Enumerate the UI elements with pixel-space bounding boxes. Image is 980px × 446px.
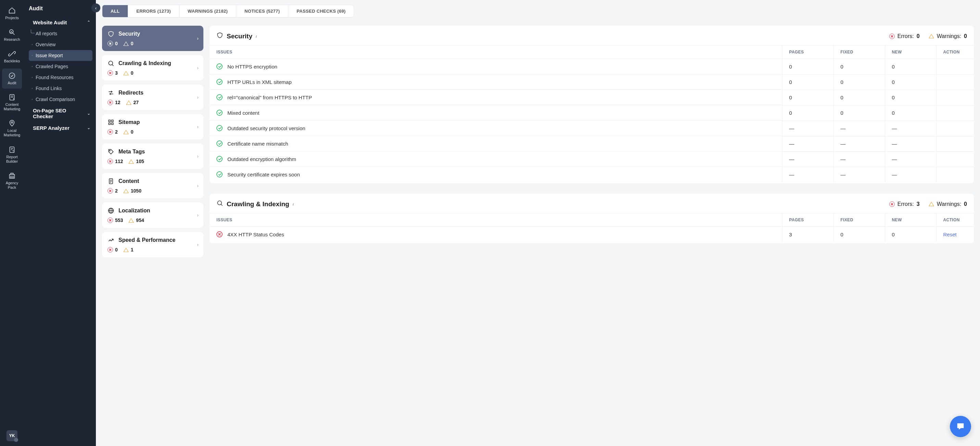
side-item-found-resources[interactable]: Found Resources: [29, 72, 92, 83]
warnings-value: 0: [964, 33, 967, 40]
category-redirects[interactable]: Redirects 12 27 ›: [102, 84, 204, 110]
table-row[interactable]: Security certificate expires soon — — —: [210, 167, 974, 182]
chevron-right-icon: ›: [197, 124, 199, 129]
errors-label: Errors:: [897, 33, 914, 40]
new-cell: —: [885, 121, 936, 136]
warning-icon: [129, 159, 134, 164]
side-item-issue-report[interactable]: Issue Report: [29, 50, 92, 61]
category-security[interactable]: Security 0 0 ›: [102, 26, 204, 51]
rail-backlinks[interactable]: Backlinks: [2, 46, 22, 67]
shield-icon: [216, 32, 223, 40]
warnings-value: 0: [964, 201, 967, 207]
pages-cell: —: [782, 167, 834, 182]
table-row[interactable]: No HTTPS encryption 0 0 0: [210, 59, 974, 75]
error-icon: [108, 159, 113, 164]
check-icon: [216, 156, 223, 162]
category-sitemap[interactable]: Sitemap 2 0 ›: [102, 114, 204, 139]
table-row[interactable]: Mixed content 0 0 0: [210, 105, 974, 121]
chevron-right-icon: ›: [197, 183, 199, 188]
category-meta[interactable]: Meta Tags 112 105 ›: [102, 143, 204, 169]
side-item-crawl-comparison[interactable]: Crawl Comparison: [29, 94, 92, 105]
section-label: SERP Analyzer: [33, 125, 84, 131]
action-link[interactable]: Reset: [943, 232, 957, 237]
side-item-label: Found Resources: [36, 75, 74, 80]
warning-count: 954: [136, 218, 144, 223]
category-crawling[interactable]: Crawling & Indexing 3 0 ›: [102, 55, 204, 81]
filter-all[interactable]: ALL: [102, 5, 128, 17]
info-icon[interactable]: i: [293, 202, 294, 206]
user-avatar[interactable]: YK: [6, 430, 18, 441]
side-section-serp-analyzer[interactable]: SERP Analyzer⌄: [27, 122, 92, 134]
col-action: ACTION: [936, 213, 974, 227]
rail-projects[interactable]: Projects: [2, 3, 22, 24]
chevron-icon: ⌃: [87, 20, 91, 25]
warning-count: 1: [131, 247, 134, 252]
main-content: ALLERRORS (1273)WARNINGS (2182)NOTICES (…: [96, 0, 980, 446]
col-issues: ISSUES: [210, 213, 782, 227]
rail-report[interactable]: Report Builder: [2, 142, 22, 167]
table-row[interactable]: Outdated encryption algorithm — — —: [210, 151, 974, 167]
warning-icon: [126, 100, 132, 105]
section-label: Website Audit: [33, 19, 84, 25]
pages-cell: —: [782, 151, 834, 167]
error-icon: [108, 41, 113, 46]
rail-content[interactable]: Content Marketing: [2, 90, 22, 115]
category-speed[interactable]: Speed & Performance 0 1 ›: [102, 232, 204, 257]
collapse-sidebar-button[interactable]: ‹: [91, 3, 100, 12]
side-item-found-links[interactable]: Found Links: [29, 83, 92, 94]
warning-icon: [929, 202, 934, 206]
filter-bar: ALLERRORS (1273)WARNINGS (2182)NOTICES (…: [102, 5, 354, 18]
category-label: Speed & Performance: [118, 237, 175, 243]
category-local[interactable]: Localization 553 954 ›: [102, 202, 204, 228]
errors-value: 0: [916, 33, 920, 40]
side-item-all-reports[interactable]: All reports: [29, 28, 92, 39]
error-icon: [216, 231, 223, 237]
pages-cell: 0: [782, 90, 834, 105]
tag-icon: [108, 148, 115, 155]
warnings-label: Warnings:: [937, 33, 961, 40]
error-count: 553: [115, 218, 123, 223]
check-icon: [216, 125, 223, 131]
rail-label: Projects: [5, 16, 19, 20]
rail-local[interactable]: Local Marketing: [2, 116, 22, 141]
side-section-website-audit[interactable]: Website Audit⌃: [27, 16, 92, 28]
info-icon[interactable]: i: [256, 34, 257, 38]
chat-fab[interactable]: [950, 416, 971, 437]
error-icon: [108, 188, 113, 194]
rail-audit[interactable]: Audit: [2, 68, 22, 89]
filter-warnings[interactable]: WARNINGS (2182): [180, 5, 236, 17]
table-row[interactable]: 4XX HTTP Status Codes 3 0 0 Reset: [210, 227, 974, 242]
table-row[interactable]: Certificate name mismatch — — —: [210, 136, 974, 151]
check-icon: [216, 94, 223, 100]
col-new: NEW: [885, 46, 936, 59]
globe-icon: [108, 207, 115, 214]
error-count: 0: [115, 41, 118, 46]
issue-name: Outdated security protocol version: [228, 125, 305, 131]
table-row[interactable]: rel="canonical" from HTTPS to HTTP 0 0 0: [210, 90, 974, 105]
category-label: Meta Tags: [118, 149, 145, 155]
search-icon: [216, 200, 223, 208]
side-item-label: All reports: [36, 31, 57, 36]
col-fixed: FIXED: [834, 213, 885, 227]
filter-passed[interactable]: PASSED CHECKS (69): [288, 5, 354, 17]
filter-errors[interactable]: ERRORS (1273): [128, 5, 180, 17]
rail-research[interactable]: Research: [2, 25, 22, 45]
table-row[interactable]: Outdated security protocol version — — —: [210, 121, 974, 136]
chevron-icon: ⌄: [87, 125, 91, 130]
new-cell: 0: [885, 105, 936, 121]
side-item-overview[interactable]: Overview: [29, 39, 92, 50]
rail-label: Agency Pack: [2, 181, 22, 190]
category-content[interactable]: Content 2 1050 ›: [102, 173, 204, 198]
error-count: 2: [115, 129, 118, 135]
side-section-on-page-seo-checker[interactable]: On-Page SEO Checker⌄: [27, 105, 92, 122]
side-panel: ‹ Audit Website Audit⌃All reportsOvervie…: [24, 0, 96, 446]
side-item-crawled-pages[interactable]: Crawled Pages: [29, 61, 92, 72]
warning-count: 105: [136, 159, 144, 164]
category-label: Localization: [118, 207, 150, 214]
filter-notices[interactable]: NOTICES (5277): [236, 5, 288, 17]
new-cell: 0: [885, 59, 936, 75]
issue-name: No HTTPS encryption: [228, 64, 277, 70]
rail-agency[interactable]: Agency Pack: [2, 169, 22, 193]
warning-count: 0: [131, 70, 134, 76]
table-row[interactable]: HTTP URLs in XML sitemap 0 0 0: [210, 74, 974, 90]
